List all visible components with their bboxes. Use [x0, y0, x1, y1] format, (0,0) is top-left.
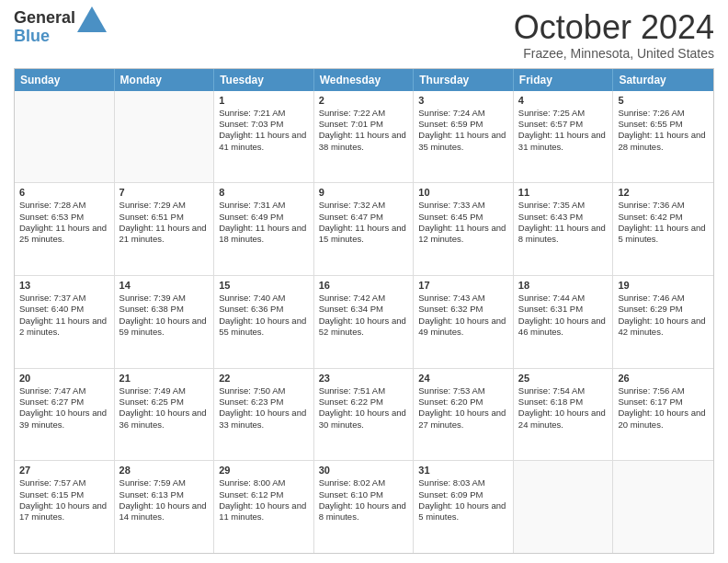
- daylight-text: Daylight: 11 hours and 35 minutes.: [418, 130, 508, 153]
- sunrise-text: Sunrise: 7:35 AM: [518, 200, 609, 211]
- day-number: 24: [418, 373, 508, 384]
- sunrise-text: Sunrise: 7:56 AM: [618, 385, 709, 396]
- calendar-cell: [613, 461, 713, 553]
- sunrise-text: Sunrise: 7:33 AM: [418, 200, 508, 211]
- sunset-text: Sunset: 7:01 PM: [319, 119, 409, 130]
- daylight-text: Daylight: 10 hours and 52 minutes.: [319, 316, 409, 339]
- sunrise-text: Sunrise: 7:32 AM: [319, 200, 409, 211]
- daylight-text: Daylight: 10 hours and 20 minutes.: [618, 408, 709, 431]
- sunrise-text: Sunrise: 7:21 AM: [219, 108, 309, 119]
- sunrise-text: Sunrise: 7:53 AM: [418, 385, 508, 396]
- sunrise-text: Sunrise: 7:47 AM: [19, 385, 109, 396]
- sunset-text: Sunset: 6:10 PM: [319, 489, 409, 500]
- day-number: 26: [618, 373, 709, 384]
- sunrise-text: Sunrise: 7:54 AM: [518, 385, 609, 396]
- daylight-text: Daylight: 11 hours and 25 minutes.: [19, 223, 109, 246]
- logo-text: GeneralBlue: [14, 9, 75, 46]
- calendar-cell: [15, 91, 115, 183]
- calendar-header-cell: Saturday: [613, 69, 713, 91]
- day-number: 9: [319, 187, 409, 198]
- calendar-row: 1Sunrise: 7:21 AMSunset: 7:03 PMDaylight…: [15, 91, 713, 184]
- day-number: 29: [219, 465, 309, 476]
- calendar-header-cell: Friday: [514, 69, 614, 91]
- daylight-text: Daylight: 10 hours and 36 minutes.: [119, 408, 210, 431]
- sunrise-text: Sunrise: 8:02 AM: [319, 477, 409, 488]
- sunrise-text: Sunrise: 7:51 AM: [319, 385, 409, 396]
- day-number: 27: [19, 465, 109, 476]
- sunset-text: Sunset: 6:47 PM: [319, 212, 409, 223]
- sunset-text: Sunset: 6:12 PM: [219, 489, 309, 500]
- sunrise-text: Sunrise: 7:57 AM: [19, 477, 109, 488]
- calendar-cell: 8Sunrise: 7:31 AMSunset: 6:49 PMDaylight…: [214, 183, 314, 275]
- sunset-text: Sunset: 6:15 PM: [19, 489, 109, 500]
- sunset-text: Sunset: 6:57 PM: [518, 119, 609, 130]
- calendar-row: 6Sunrise: 7:28 AMSunset: 6:53 PMDaylight…: [15, 183, 713, 276]
- day-number: 17: [418, 280, 508, 291]
- sunset-text: Sunset: 6:55 PM: [618, 119, 709, 130]
- calendar-cell: 3Sunrise: 7:24 AMSunset: 6:59 PMDaylight…: [414, 91, 514, 183]
- sunset-text: Sunset: 6:53 PM: [19, 212, 109, 223]
- sunrise-text: Sunrise: 7:40 AM: [219, 293, 309, 304]
- sunrise-text: Sunrise: 7:42 AM: [319, 293, 409, 304]
- daylight-text: Daylight: 11 hours and 31 minutes.: [518, 130, 609, 153]
- daylight-text: Daylight: 10 hours and 14 minutes.: [119, 500, 210, 523]
- calendar-cell: 19Sunrise: 7:46 AMSunset: 6:29 PMDayligh…: [613, 276, 713, 368]
- day-number: 22: [219, 373, 309, 384]
- calendar-cell: 7Sunrise: 7:29 AMSunset: 6:51 PMDaylight…: [115, 183, 215, 275]
- day-number: 14: [119, 280, 210, 291]
- daylight-text: Daylight: 11 hours and 21 minutes.: [119, 223, 210, 246]
- calendar-row: 20Sunrise: 7:47 AMSunset: 6:27 PMDayligh…: [15, 369, 713, 462]
- calendar-cell: 16Sunrise: 7:42 AMSunset: 6:34 PMDayligh…: [314, 276, 415, 368]
- sunset-text: Sunset: 7:03 PM: [219, 119, 309, 130]
- day-number: 7: [119, 187, 210, 198]
- calendar-cell: [514, 461, 614, 553]
- calendar-cell: 13Sunrise: 7:37 AMSunset: 6:40 PMDayligh…: [15, 276, 115, 368]
- daylight-text: Daylight: 10 hours and 24 minutes.: [518, 408, 609, 431]
- daylight-text: Daylight: 10 hours and 8 minutes.: [319, 500, 409, 523]
- daylight-text: Daylight: 10 hours and 42 minutes.: [618, 316, 709, 339]
- daylight-text: Daylight: 10 hours and 55 minutes.: [219, 316, 309, 339]
- subtitle: Frazee, Minnesota, United States: [514, 46, 714, 61]
- logo: GeneralBlue: [14, 9, 107, 46]
- day-number: 31: [418, 465, 508, 476]
- sunset-text: Sunset: 6:29 PM: [618, 304, 709, 315]
- sunset-text: Sunset: 6:18 PM: [518, 396, 609, 408]
- day-number: 23: [319, 373, 409, 384]
- daylight-text: Daylight: 10 hours and 27 minutes.: [418, 408, 508, 431]
- calendar-cell: 28Sunrise: 7:59 AMSunset: 6:13 PMDayligh…: [115, 461, 215, 553]
- day-number: 30: [319, 465, 409, 476]
- calendar-cell: 18Sunrise: 7:44 AMSunset: 6:31 PMDayligh…: [514, 276, 614, 368]
- sunset-text: Sunset: 6:27 PM: [19, 396, 109, 408]
- sunset-text: Sunset: 6:13 PM: [119, 489, 210, 500]
- sunrise-text: Sunrise: 7:50 AM: [219, 385, 309, 396]
- sunrise-text: Sunrise: 7:59 AM: [119, 477, 210, 488]
- sunset-text: Sunset: 6:43 PM: [518, 212, 609, 223]
- daylight-text: Daylight: 11 hours and 18 minutes.: [219, 223, 309, 246]
- day-number: 8: [219, 187, 309, 198]
- daylight-text: Daylight: 10 hours and 5 minutes.: [418, 500, 508, 523]
- day-number: 12: [618, 187, 709, 198]
- calendar-cell: 9Sunrise: 7:32 AMSunset: 6:47 PMDaylight…: [314, 183, 415, 275]
- daylight-text: Daylight: 11 hours and 5 minutes.: [618, 223, 709, 246]
- sunset-text: Sunset: 6:36 PM: [219, 304, 309, 315]
- calendar-cell: 25Sunrise: 7:54 AMSunset: 6:18 PMDayligh…: [514, 369, 614, 461]
- sunrise-text: Sunrise: 7:29 AM: [119, 200, 210, 211]
- calendar-cell: 15Sunrise: 7:40 AMSunset: 6:36 PMDayligh…: [214, 276, 314, 368]
- sunset-text: Sunset: 6:42 PM: [618, 212, 709, 223]
- sunset-text: Sunset: 6:51 PM: [119, 212, 210, 223]
- calendar-cell: 21Sunrise: 7:49 AMSunset: 6:25 PMDayligh…: [115, 369, 215, 461]
- calendar-cell: 24Sunrise: 7:53 AMSunset: 6:20 PMDayligh…: [414, 369, 514, 461]
- calendar-cell: 29Sunrise: 8:00 AMSunset: 6:12 PMDayligh…: [214, 461, 314, 553]
- main-title: October 2024: [514, 9, 714, 46]
- day-number: 18: [518, 280, 609, 291]
- day-number: 25: [518, 373, 609, 384]
- calendar-body: 1Sunrise: 7:21 AMSunset: 7:03 PMDaylight…: [15, 91, 713, 553]
- sunset-text: Sunset: 6:59 PM: [418, 119, 508, 130]
- sunset-text: Sunset: 6:31 PM: [518, 304, 609, 315]
- daylight-text: Daylight: 11 hours and 41 minutes.: [219, 130, 309, 153]
- daylight-text: Daylight: 10 hours and 33 minutes.: [219, 408, 309, 431]
- calendar-header-cell: Tuesday: [214, 69, 314, 91]
- sunrise-text: Sunrise: 7:36 AM: [618, 200, 709, 211]
- calendar-cell: 30Sunrise: 8:02 AMSunset: 6:10 PMDayligh…: [314, 461, 415, 553]
- daylight-text: Daylight: 11 hours and 8 minutes.: [518, 223, 609, 246]
